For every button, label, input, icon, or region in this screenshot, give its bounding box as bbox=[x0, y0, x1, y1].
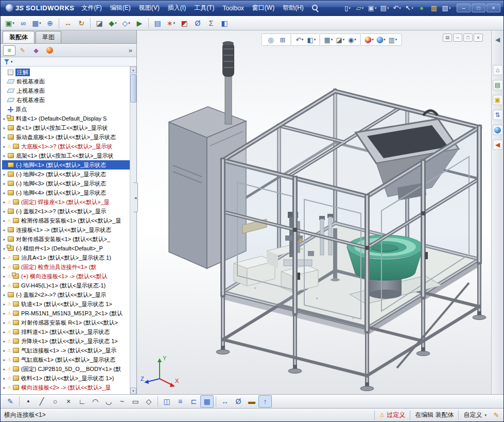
section-view-button[interactable]: ◧ bbox=[218, 17, 231, 29]
arc-tool-button[interactable]: ◠ bbox=[89, 395, 102, 408]
smart-fasteners-button[interactable]: ⊕ bbox=[43, 17, 57, 29]
solidworks-resources-button[interactable]: ⌂ bbox=[493, 65, 503, 75]
close-button[interactable]: × bbox=[486, 4, 500, 12]
featuremanager-tab[interactable]: ≡ bbox=[3, 45, 15, 56]
tree-item[interactable]: ▸⚠大底板<1>->? (默认<<默认>_显示状 bbox=[2, 142, 130, 151]
tree-item[interactable]: ▸⚠PR-M51N1_M51N3_M51P3_2<1> (默认 bbox=[2, 309, 130, 318]
panel-overflow-chevron-icon[interactable]: » bbox=[127, 46, 134, 54]
expand-arrow-icon[interactable]: ▸ bbox=[2, 200, 7, 205]
linear-component-pattern-button[interactable]: ▦▾ bbox=[30, 17, 43, 29]
interference-detection-button[interactable]: ◩ bbox=[178, 17, 191, 29]
section-view-button[interactable]: ◧▾ bbox=[306, 35, 317, 45]
tree-item[interactable]: ▸⚠横向连接板<2> -> (默认<<默认>_显 bbox=[2, 383, 130, 392]
spline-tool-button[interactable]: ~ bbox=[115, 395, 129, 408]
fillet-tool-button[interactable]: ∟ bbox=[75, 395, 89, 408]
propertymanager-tab[interactable]: ✎ bbox=[16, 45, 29, 56]
edit-appearance-button[interactable]: ▾ bbox=[363, 35, 375, 45]
menu-item[interactable]: 工具(T) bbox=[190, 2, 218, 14]
expand-arrow-icon[interactable]: ▸ bbox=[2, 367, 7, 372]
expand-arrow-icon[interactable]: ▸ bbox=[2, 302, 7, 307]
tree-scrollbar[interactable]: ▲ ▼ bbox=[130, 66, 136, 394]
expand-arrow-icon[interactable]: ▸ bbox=[2, 293, 7, 297]
scroll-down-button[interactable]: ▼ bbox=[130, 387, 136, 394]
tree-item[interactable]: ▸⚠GV-H45(L)<1> (默认<显示状态-1) bbox=[2, 281, 130, 290]
mate-button[interactable]: ∞ bbox=[16, 17, 30, 29]
minimize-button[interactable]: – bbox=[457, 4, 471, 12]
tree-item[interactable]: 注解 bbox=[2, 67, 130, 77]
new-motion-study-button[interactable]: ▶ bbox=[133, 17, 146, 29]
expand-arrow-icon[interactable]: ▸ bbox=[2, 274, 7, 279]
expand-arrow-icon[interactable]: ▸ bbox=[2, 209, 7, 214]
restore-doc-button[interactable]: □ bbox=[463, 33, 473, 42]
expand-arrow-icon[interactable]: ▸ bbox=[2, 163, 7, 167]
mass-properties-button[interactable]: Σ bbox=[204, 17, 218, 29]
measure-tool-button[interactable]: Ø bbox=[232, 395, 245, 408]
previous-view-button[interactable]: ↶▾ bbox=[294, 35, 305, 45]
appearances-button[interactable] bbox=[493, 125, 503, 135]
new-document-button[interactable]: ▯▾ bbox=[341, 3, 354, 14]
tree-item[interactable]: ▸⚠收料<1> (默认<<默认>_显示状态 1>) bbox=[2, 374, 130, 383]
tree-item[interactable]: ▸⚠(固定) 焊接座<1> (默认<<默认>_显 bbox=[2, 197, 130, 207]
menu-item[interactable]: 编辑(E) bbox=[106, 2, 135, 14]
maximize-button[interactable]: □ bbox=[472, 4, 485, 12]
expand-arrow-icon[interactable]: ▸ bbox=[2, 358, 7, 362]
show-hidden-components-button[interactable]: ◪ bbox=[93, 17, 106, 29]
assembly-features-button[interactable]: ◆▾ bbox=[106, 17, 119, 29]
scroll-thumb[interactable] bbox=[130, 74, 136, 103]
filter-caret-icon[interactable]: ▾ bbox=[11, 60, 13, 64]
tree-item[interactable]: ▸(-) 盖板2<1>->? (默认<<默认>_显示 bbox=[2, 207, 130, 216]
tangent-arc-button[interactable]: ◡ bbox=[102, 395, 115, 408]
tree-item[interactable]: 前视基准面 bbox=[2, 77, 130, 86]
scroll-up-button[interactable]: ▲ bbox=[130, 66, 136, 73]
open-document-button[interactable]: ▱▾ bbox=[354, 3, 366, 14]
tree-item[interactable]: ▸⚠(固定) CJP2B10_5D_O__BODY<1> (默 bbox=[2, 364, 130, 374]
tree-item[interactable]: 右视基准面 bbox=[2, 95, 130, 105]
tree-item[interactable]: ▸(-) 地脚<1> (默认<<默认>_显示状态 bbox=[2, 160, 130, 170]
expand-arrow-icon[interactable]: ▸ bbox=[2, 348, 7, 353]
rotate-component-button[interactable]: ↻ bbox=[75, 17, 88, 29]
expand-arrow-icon[interactable]: ▸ bbox=[2, 256, 7, 260]
expand-arrow-icon[interactable]: ▸ bbox=[2, 376, 7, 381]
tab-assembly[interactable]: 装配体 bbox=[3, 31, 34, 43]
expand-arrow-icon[interactable]: ▸ bbox=[2, 154, 7, 158]
tree-item[interactable]: ▸对射传感器安装板<1> (默认<<默认>_ bbox=[2, 234, 130, 244]
tree-item[interactable]: ▸⚠治具A<1> (默认<默认>_显示状态 1) bbox=[2, 253, 130, 262]
polygon-tool-button[interactable]: ◇ bbox=[142, 395, 155, 408]
custom-properties-button[interactable]: ◀ bbox=[493, 140, 503, 150]
rectangle-tool-button[interactable]: ▭ bbox=[129, 395, 142, 408]
machine-model[interactable] bbox=[137, 30, 490, 394]
expand-arrow-icon[interactable]: ▸ bbox=[2, 265, 7, 269]
tree-item[interactable]: ▸振动盘底板<1> (默认<<默认>_显示状态 bbox=[2, 132, 130, 142]
insert-components-button[interactable]: ▣▾ bbox=[3, 17, 16, 29]
tree-item[interactable]: ▸⚠(固定) 检查治具连接件<1> (默 bbox=[2, 262, 130, 272]
status-custom[interactable]: 自定义 ▾ bbox=[458, 410, 491, 420]
panel-collapse-handle[interactable]: ◀ bbox=[133, 182, 138, 212]
point-tool-button[interactable]: • bbox=[22, 395, 35, 408]
split-view-button[interactable]: ⊟ bbox=[443, 33, 452, 42]
tree-item[interactable]: 原点 bbox=[2, 105, 130, 114]
expand-arrow-icon[interactable]: ▸ bbox=[2, 172, 7, 177]
tree-item[interactable]: ▸⚠对射传感器安装板 R<1> (默认<<默认> bbox=[2, 318, 130, 327]
ruler-button[interactable]: ▬ bbox=[245, 395, 258, 408]
convert-entities-button[interactable]: ⊏ bbox=[187, 395, 200, 408]
displaymanager-tab[interactable] bbox=[43, 45, 56, 56]
zoom-to-fit-button[interactable]: ◎ bbox=[265, 35, 276, 45]
close-doc-button[interactable]: × bbox=[474, 33, 483, 42]
expand-arrow-icon[interactable]: ▸ bbox=[2, 339, 7, 344]
tree-item[interactable]: ▸连接板<1> -> (默认<<默认>_显示状态 bbox=[2, 225, 130, 234]
exploded-view-button[interactable]: ∗▾ bbox=[164, 17, 178, 29]
expand-arrow-icon[interactable]: ▸ bbox=[2, 181, 7, 186]
expand-arrow-icon[interactable]: ▸ bbox=[2, 228, 7, 232]
search-icon[interactable] bbox=[312, 5, 319, 11]
hide-show-items-button[interactable]: ◉▾ bbox=[346, 35, 358, 45]
tree-item[interactable]: ▸(-) 地脚<3> (默认<<默认>_显示状态 bbox=[2, 179, 130, 188]
tree-item[interactable]: ▸(-) 盖板2<2>->? (默认<<默认>_显示 bbox=[2, 290, 130, 299]
tree-item[interactable]: ▸⚠气缸连接板<1> -> (默认<<默认>_显示 bbox=[2, 346, 130, 355]
file-properties-button[interactable]: ▥ bbox=[428, 3, 440, 14]
tree-item[interactable]: ▸⚠升降块<1> (默认<<默认>_显示状态 1> bbox=[2, 336, 130, 346]
line-tool-button[interactable]: ╱ bbox=[35, 395, 48, 408]
reference-geometry-button[interactable]: ◇▾ bbox=[119, 17, 133, 29]
dimension-tool-button[interactable]: ↔ bbox=[218, 395, 232, 408]
expand-arrow-icon[interactable]: ▸ bbox=[2, 126, 7, 130]
tree-item[interactable]: ▸⚠排料道<1> (默认<<默认>_显示状态 bbox=[2, 327, 130, 336]
